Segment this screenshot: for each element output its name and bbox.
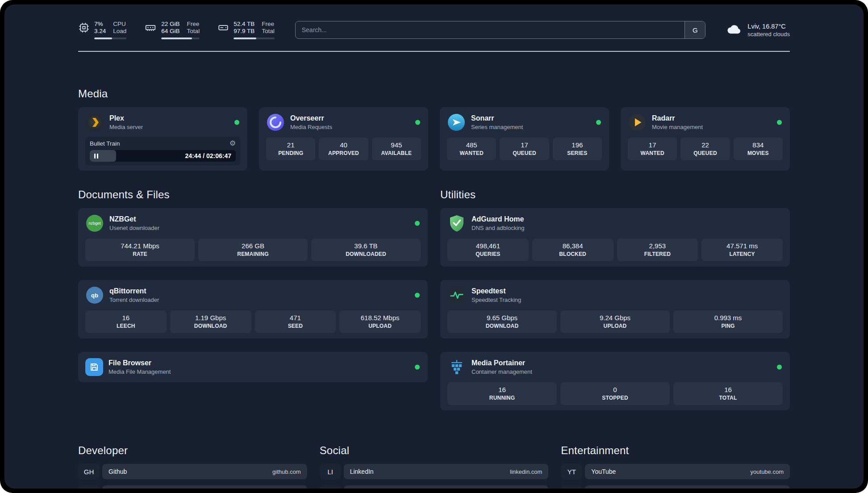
cpu-monitor: 7% CPU 3.24 Load <box>78 21 126 39</box>
portainer-icon <box>447 358 466 376</box>
bookmark-youtube[interactable]: YT YouTubeyoutube.com <box>561 464 790 479</box>
plex-icon <box>85 113 104 132</box>
bookmark-name: LinkedIn <box>350 468 374 475</box>
disk-total-value: 97.9 TB <box>234 28 255 34</box>
app-title: qBittorrent <box>109 287 159 295</box>
ram-monitor: 22 GiB Free 64 GiB Total <box>144 21 200 39</box>
section-title-utilities: Utilities <box>440 188 790 201</box>
radarr-icon <box>628 113 647 132</box>
stat-tile: 22QUEUED <box>680 138 730 160</box>
cloud-icon <box>726 23 742 37</box>
cpu-usage-value: 7% <box>94 21 106 27</box>
cpu-load-value: 3.24 <box>94 28 106 34</box>
stat-tile: 498,461QUERIES <box>447 238 529 261</box>
pause-icon[interactable] <box>94 154 98 159</box>
search-input[interactable] <box>296 21 685 38</box>
bookmark-url: linkedin.com <box>510 468 542 475</box>
app-card-plex[interactable]: Plex Media server Bullet Train ⚙ 24:44 <box>78 107 247 171</box>
stat-tile: 266 GBREMAINING <box>198 238 308 261</box>
section-media: Media Plex Media server <box>78 88 790 171</box>
app-card-filebrowser[interactable]: File Browser Media File Management <box>78 352 428 382</box>
status-dot <box>596 120 601 125</box>
bookmark-github[interactable]: GH Githubgithub.com <box>78 464 307 479</box>
stat-tile: 16RUNNING <box>447 382 557 405</box>
app-subtitle: Movie management <box>652 124 703 130</box>
app-card-overseerr[interactable]: Overseerr Media Requests 21PENDING 40APP… <box>259 107 428 171</box>
stat-tile: 1.19 GbpsDOWNLOAD <box>170 310 251 333</box>
section-entertainment: Entertainment YT YouTubeyoutube.com NF N… <box>561 444 790 489</box>
ram-free-value: 22 GiB <box>161 21 179 27</box>
section-title-documents: Documents & Files <box>78 188 428 201</box>
top-bar: 7% CPU 3.24 Load 22 GiB Fre <box>78 4 790 39</box>
section-social: Social LI LinkedInlinkedin.com TW Twitte… <box>320 444 549 489</box>
status-dot <box>415 365 420 370</box>
cpu-icon <box>78 21 90 35</box>
app-card-speedtest[interactable]: Speedtest Speedtest Tracking 9.65 GbpsDO… <box>440 280 790 338</box>
app-title: File Browser <box>108 359 171 367</box>
stat-tile: 0STOPPED <box>560 382 670 405</box>
app-card-qbittorrent[interactable]: qb qBittorrent Torrent downloader 16LEEC… <box>78 280 428 338</box>
bookmark-abbr: TW <box>320 485 341 489</box>
status-dot <box>777 120 782 125</box>
speedtest-icon <box>447 286 466 305</box>
status-dot <box>234 120 239 125</box>
stat-tile: 744.21 MbpsRATE <box>85 238 195 261</box>
ram-icon <box>144 21 157 35</box>
seek-bar[interactable]: 24:44 / 02:06:47 <box>90 150 236 162</box>
disk-total-label: Total <box>262 28 275 34</box>
stat-tile: 9.24 GbpsUPLOAD <box>560 310 670 333</box>
app-subtitle: Usenet downloader <box>109 225 159 231</box>
stat-tile: 17WANTED <box>628 138 677 160</box>
stat-tile: 16LEECH <box>85 310 167 333</box>
stat-tile: 485WANTED <box>447 138 496 160</box>
adguard-icon <box>447 214 466 233</box>
bookmark-stackoverflow[interactable]: SO StackOverflowstackoverflow.com <box>78 485 307 489</box>
weather-location: Lviv, 16.87°C <box>747 23 790 30</box>
status-dot <box>415 293 420 298</box>
section-title-developer: Developer <box>78 444 307 457</box>
app-card-nzbget[interactable]: nzbget NZBGet Usenet downloader 744.21 M… <box>78 208 428 267</box>
weather-widget[interactable]: Lviv, 16.87°C scattered clouds <box>726 23 790 38</box>
status-dot <box>777 365 782 370</box>
bookmark-abbr: LI <box>320 464 341 479</box>
status-dot <box>415 120 420 125</box>
bookmark-abbr: YT <box>561 464 582 479</box>
app-card-portainer[interactable]: Media Portainer Container management 16R… <box>440 352 790 410</box>
stat-tile: 86,384BLOCKED <box>532 238 613 261</box>
app-subtitle: Media server <box>109 124 143 130</box>
plex-now-playing: Bullet Train ⚙ 24:44 / 02:06:47 <box>85 137 240 165</box>
svg-text:qb: qb <box>91 292 98 299</box>
cpu-load-label: Load <box>113 28 126 34</box>
ram-free-label: Free <box>187 21 200 27</box>
ram-total-label: Total <box>187 28 200 34</box>
seek-progress <box>90 150 116 162</box>
bookmark-twitter[interactable]: TW Twittertwitter.com <box>320 485 549 489</box>
app-card-radarr[interactable]: Radarr Movie management 17WANTED 22QUEUE… <box>621 107 790 171</box>
bookmark-abbr: SO <box>78 485 100 489</box>
app-subtitle: Media File Management <box>108 368 171 375</box>
bookmark-linkedin[interactable]: LI LinkedInlinkedin.com <box>320 464 549 479</box>
app-title: Sonarr <box>471 114 523 122</box>
ram-total-value: 64 GiB <box>161 28 179 34</box>
stat-tile: 471SEED <box>255 310 336 333</box>
search-bar: G <box>295 21 706 39</box>
search-engine-button[interactable]: G <box>684 21 705 38</box>
app-subtitle: DNS and adblocking <box>472 225 525 231</box>
app-subtitle: Media Requests <box>290 124 332 130</box>
section-documents: Documents & Files nzbget NZBGet U <box>78 188 428 382</box>
bookmark-netflix[interactable]: NF Netflixnetflix.com <box>561 485 790 489</box>
app-card-sonarr[interactable]: Sonarr Series management 485WANTED 17QUE… <box>440 107 609 171</box>
stat-tile: 196SERIES <box>553 138 602 160</box>
gear-icon[interactable]: ⚙ <box>230 140 236 147</box>
disk-monitor: 52.4 TB Free 97.9 TB Total <box>217 21 275 39</box>
bookmark-abbr: GH <box>78 464 100 479</box>
app-card-adguard[interactable]: AdGuard Home DNS and adblocking 498,461Q… <box>440 208 790 267</box>
app-title: AdGuard Home <box>472 215 525 223</box>
track-title: Bullet Train <box>90 140 120 147</box>
bookmark-url: youtube.com <box>751 468 784 475</box>
nzbget-icon: nzbget <box>85 214 104 233</box>
stat-tile: 21PENDING <box>266 138 315 160</box>
section-title-entertainment: Entertainment <box>561 444 790 457</box>
section-utilities: Utilities AdGuard Home <box>440 188 790 410</box>
header-divider <box>78 51 790 52</box>
